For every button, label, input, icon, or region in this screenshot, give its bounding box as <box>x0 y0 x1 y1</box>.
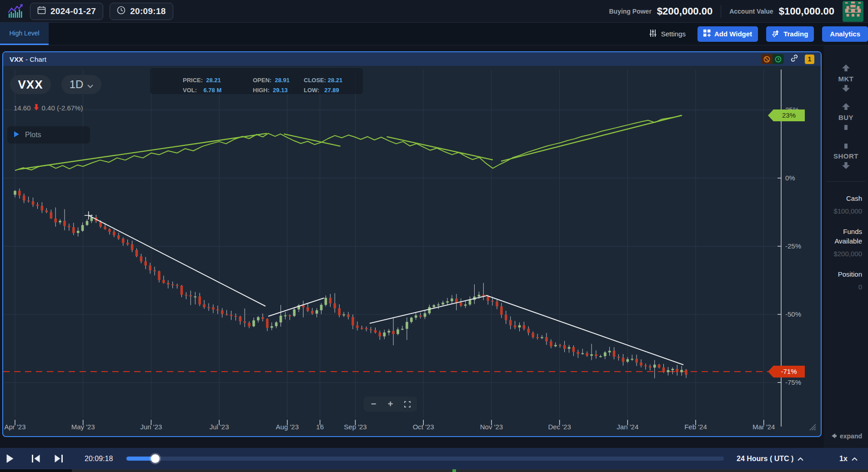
svg-text:Dec '23: Dec '23 <box>548 423 571 431</box>
svg-text:-25%: -25% <box>785 242 801 250</box>
time-value: 20:09:18 <box>130 6 166 16</box>
plots-toggle[interactable]: Plots <box>7 126 90 144</box>
calendar-icon <box>37 6 46 16</box>
low-value: 27.89 <box>324 87 339 94</box>
down-arrow-icon <box>34 104 39 112</box>
price-label: PRICE: <box>183 77 203 84</box>
expand-button[interactable]: expand <box>832 432 862 440</box>
taskbar-app-icon[interactable] <box>452 469 456 472</box>
chevron-up-icon <box>798 455 803 463</box>
alerts-off-icon[interactable] <box>761 54 773 64</box>
settings-button[interactable]: Settings <box>649 29 686 39</box>
tabbar: High Level Settings Add Widget <box>0 23 868 45</box>
close-label: CLOSE: <box>304 77 326 84</box>
speed-selector[interactable]: 1x <box>839 448 858 469</box>
open-value: 28.91 <box>275 77 290 84</box>
svg-text:Jan '24: Jan '24 <box>617 423 638 431</box>
price-chart[interactable]: 25%0%-25%-50%-75%Apr '23May '23Jun '23Ju… <box>3 66 819 434</box>
app-logo-icon <box>7 4 24 19</box>
svg-text:Aug '23: Aug '23 <box>276 423 299 431</box>
account-value-value: $100,000.00 <box>779 5 834 17</box>
playback-bar: 20:09:18 24 Hours ( UTC ) 1x <box>0 448 868 469</box>
price-value: 28.21 <box>206 77 221 84</box>
buying-power-value: $200,000.00 <box>657 5 712 17</box>
sliders-icon <box>649 29 657 39</box>
high-label: HIGH: <box>253 87 270 94</box>
trading-app: 2024-01-27 20:09:18 Buying Power $200,00… <box>0 0 868 472</box>
ohlc-info-panel: PRICE: 28.21 VOL: 6.78 M OPEN: 28.91 HIG… <box>150 68 363 94</box>
svg-text:-75%: -75% <box>785 378 801 386</box>
timeline-slider[interactable] <box>126 457 724 461</box>
trading-arrows-icon <box>772 30 780 39</box>
buying-power-label: Buying Power <box>609 8 651 15</box>
zoom-in-button[interactable]: + <box>382 398 399 410</box>
funds-available-label: Funds Available <box>824 227 862 246</box>
add-widget-button[interactable]: Add Widget <box>697 26 758 42</box>
chevron-up-icon <box>852 455 858 463</box>
date-field[interactable]: 2024-01-27 <box>30 3 103 20</box>
position-label: Position <box>824 269 862 279</box>
sidebar-divider <box>827 181 865 182</box>
svg-text:Jun '23: Jun '23 <box>140 423 162 431</box>
open-label: OPEN: <box>253 77 271 84</box>
price-change-row: 14.60 0.40 (-2.67%) <box>14 104 83 112</box>
stub-icon <box>844 142 848 150</box>
zoom-controls: − + <box>364 397 417 412</box>
arrow-down-icon <box>842 162 850 170</box>
funds-available-value: $200,000 <box>824 250 862 258</box>
playback-time: 20:09:18 <box>85 448 113 469</box>
date-value: 2024-01-27 <box>50 6 96 16</box>
expand-triangle-icon <box>14 131 19 139</box>
arrow-left-icon <box>832 432 837 440</box>
zoom-out-button[interactable]: − <box>365 398 382 410</box>
svg-text:Jul '23: Jul '23 <box>210 423 229 431</box>
high-value: 29.13 <box>273 87 288 94</box>
skip-back-button[interactable] <box>32 448 40 469</box>
chart-panel-header[interactable]: VXX- Chart <box>3 52 821 66</box>
range-selector[interactable]: 24 Hours ( UTC ) <box>737 448 803 469</box>
buy-button[interactable]: BUY <box>824 93 868 131</box>
topbar: 2024-01-27 20:09:18 Buying Power $200,00… <box>0 0 868 23</box>
svg-text:Apr '23: Apr '23 <box>4 423 25 431</box>
panel-title: VXX- Chart <box>10 55 46 63</box>
timeline-slider-thumb[interactable] <box>151 454 160 463</box>
svg-text:23%: 23% <box>782 111 796 119</box>
mkt-button[interactable]: MKT <box>824 45 868 93</box>
vol-value: 6.78 M <box>204 87 222 94</box>
svg-text:Oct '23: Oct '23 <box>413 423 434 431</box>
link-icon[interactable] <box>790 54 799 65</box>
topbar-divider <box>721 5 721 18</box>
svg-text:May '23: May '23 <box>71 423 95 431</box>
resize-handle-icon[interactable] <box>807 422 816 432</box>
clock-status-icon[interactable] <box>773 54 784 64</box>
timeframe-dropdown[interactable]: 1D <box>61 75 101 94</box>
tab-high-level[interactable]: High Level <box>0 23 49 45</box>
fullscreen-button[interactable] <box>399 398 416 410</box>
svg-text:Feb '24: Feb '24 <box>684 423 707 431</box>
low-label: LOW: <box>304 87 319 94</box>
skip-forward-button[interactable] <box>54 448 63 469</box>
account-value-label: Account Value <box>729 8 773 15</box>
arrow-down-icon <box>842 85 850 93</box>
svg-text:Sep '23: Sep '23 <box>344 423 366 431</box>
svg-text:16: 16 <box>316 423 324 431</box>
taskbar-strip <box>0 469 868 472</box>
avatar[interactable] <box>843 1 863 22</box>
analytics-button[interactable]: Analytics <box>822 26 868 42</box>
play-button[interactable] <box>6 448 14 469</box>
svg-text:Nov '23: Nov '23 <box>480 423 503 431</box>
trade-sidebar: MKT BUY SHORT Cash $100,000 Funds Availa… <box>824 45 868 448</box>
svg-text:-71%: -71% <box>781 368 797 375</box>
widget-grid-icon <box>703 30 711 38</box>
short-button[interactable]: SHORT <box>824 131 868 170</box>
arrow-up-icon <box>842 103 850 111</box>
arrow-up-icon <box>842 65 850 73</box>
stub-icon <box>844 124 848 131</box>
trading-button[interactable]: Trading <box>766 26 814 42</box>
chevron-down-icon <box>87 78 93 91</box>
cash-label: Cash <box>824 194 862 203</box>
position-value: 0 <box>824 283 862 291</box>
count-badge[interactable]: 1 <box>805 55 814 64</box>
time-field[interactable]: 20:09:18 <box>110 3 173 20</box>
symbol-pill[interactable]: VXX <box>10 75 51 94</box>
